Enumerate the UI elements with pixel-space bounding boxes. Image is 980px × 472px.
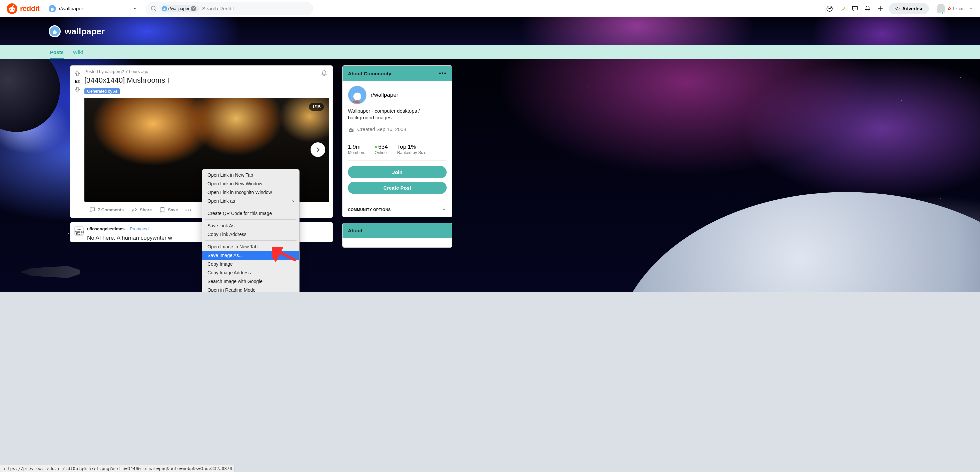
tab-wiki[interactable]: Wiki: [73, 45, 83, 59]
search-token-label: r/wallpaper: [169, 6, 190, 11]
community-banner-icon[interactable]: [49, 25, 61, 37]
context-menu-item[interactable]: Open Image in New Tab: [202, 242, 299, 251]
svg-point-11: [856, 8, 856, 8]
svg-point-6: [13, 5, 14, 6]
community-icon-mini: [49, 5, 56, 12]
search-input[interactable]: [202, 6, 308, 11]
stat-online: 634 Online: [375, 144, 388, 155]
banana-icon[interactable]: [838, 5, 846, 13]
svg-point-5: [14, 7, 15, 9]
submenu-chevron-icon: ›: [292, 198, 294, 204]
upvote-button[interactable]: [74, 70, 81, 77]
svg-point-1: [10, 7, 15, 12]
context-menu-item[interactable]: Open Link in Incognito Window: [202, 188, 299, 197]
share-button[interactable]: Share: [129, 204, 154, 215]
context-menu-item[interactable]: Save Link As...: [202, 221, 299, 230]
context-menu-separator: [205, 240, 296, 241]
notifications-icon[interactable]: [864, 5, 872, 13]
downvote-button[interactable]: [74, 86, 81, 93]
context-menu-item[interactable]: Copy Link Address: [202, 230, 299, 239]
karma-line: ✿ 1 karma: [948, 6, 967, 11]
context-menu-item[interactable]: Copy Image Address: [202, 268, 299, 277]
next-image-button[interactable]: [310, 143, 325, 157]
context-menu-item[interactable]: Open Link in New Window: [202, 179, 299, 188]
context-menu-item[interactable]: Save Image As...: [202, 251, 299, 260]
post-flair[interactable]: Generated by AI: [84, 88, 120, 94]
search-wrap: r/wallpaper ✕: [146, 2, 313, 15]
top-header: reddit r/wallpaper r/wallpaper ✕ Adverti…: [0, 0, 980, 17]
community-more-icon[interactable]: •••: [439, 70, 447, 76]
token-community-icon: [162, 6, 167, 11]
community-created: Created Sep 16, 2008: [348, 126, 447, 133]
context-menu-item[interactable]: Open in Reading Mode: [202, 286, 299, 292]
about-card: About: [342, 223, 452, 248]
context-menu-item[interactable]: Search Image with Google: [202, 277, 299, 286]
community-dropdown[interactable]: r/wallpaper: [46, 4, 140, 14]
create-post-button[interactable]: Create Post: [348, 182, 447, 194]
snoo-icon: [7, 3, 18, 14]
community-banner: wallpaper: [0, 17, 980, 45]
sidebar-community-icon[interactable]: [348, 86, 367, 105]
context-menu-separator: [205, 207, 296, 207]
karma-gear-icon: ✿: [948, 6, 951, 11]
svg-point-10: [854, 8, 855, 8]
advertise-button[interactable]: Advertise: [889, 3, 929, 14]
stat-rank: Top 1% Ranked by Size: [397, 144, 426, 155]
context-menu-item[interactable]: Create QR Code for this Image: [202, 209, 299, 218]
promoted-label: Promoted: [130, 226, 148, 231]
comments-button[interactable]: 7 Comments: [86, 204, 126, 215]
chevron-down-icon: [441, 207, 447, 212]
user-chevron-icon: [969, 6, 973, 11]
follow-post-icon[interactable]: [321, 70, 328, 77]
post-author-link[interactable]: u/sirgerg2: [105, 69, 124, 74]
sidebar-community-name[interactable]: r/wallpaper: [371, 92, 398, 98]
vote-column: 52: [70, 66, 84, 218]
header-right: Advertise ✿ 1 karma: [826, 3, 973, 14]
logo-text: reddit: [20, 4, 39, 13]
join-button[interactable]: Join: [348, 166, 447, 178]
context-menu[interactable]: Open Link in New TabOpen Link in New Win…: [202, 169, 299, 292]
context-menu-separator: [205, 219, 296, 220]
about-community-card: About Community ••• r/wallpaper Wallpape…: [342, 65, 452, 217]
user-avatar: [936, 3, 946, 14]
community-banner-title: wallpaper: [65, 26, 105, 36]
advertise-label: Advertise: [902, 6, 924, 11]
promoted-author[interactable]: u/losangelestimes: [87, 226, 125, 231]
community-options-toggle[interactable]: COMMUNITY OPTIONS: [342, 202, 452, 217]
svg-point-3: [13, 9, 14, 10]
promoted-thumbnail: LosAngelesTimes: [75, 226, 84, 236]
comment-icon: [89, 206, 96, 213]
post-title[interactable]: [3440x1440] Mushrooms I: [84, 76, 329, 85]
svg-point-4: [9, 7, 10, 9]
image-counter: 1/15: [309, 103, 324, 111]
dots-icon: •••: [185, 207, 192, 212]
context-menu-item[interactable]: Open Link as›: [202, 197, 299, 205]
context-menu-item[interactable]: Copy Image: [202, 260, 299, 268]
community-dropdown-label: r/wallpaper: [59, 6, 83, 11]
sidebar: About Community ••• r/wallpaper Wallpape…: [342, 65, 452, 248]
more-actions-button[interactable]: •••: [183, 205, 195, 214]
search-scope-token[interactable]: r/wallpaper ✕: [161, 5, 199, 12]
user-menu[interactable]: ✿ 1 karma: [936, 3, 973, 14]
chevron-right-icon: [315, 146, 321, 153]
bookmark-icon: [159, 206, 166, 213]
chat-icon[interactable]: [851, 5, 859, 13]
reddit-logo[interactable]: reddit: [7, 3, 39, 14]
cake-icon: [348, 126, 355, 133]
community-description: Wallpaper - computer desktops / backgrou…: [348, 108, 447, 121]
karma-text: 1 karma: [952, 6, 967, 11]
save-button[interactable]: Save: [156, 204, 180, 215]
context-menu-item[interactable]: Open Link in New Tab: [202, 171, 299, 179]
svg-point-2: [10, 9, 11, 10]
about-header: About: [342, 223, 452, 238]
search-bar[interactable]: r/wallpaper ✕: [146, 2, 313, 15]
online-dot-icon: [941, 12, 944, 15]
tab-posts[interactable]: Posts: [50, 45, 64, 59]
popular-icon[interactable]: [826, 5, 834, 13]
remove-token-icon[interactable]: ✕: [191, 6, 196, 11]
search-icon: [150, 5, 157, 12]
page-body: 52 Posted by u/sirgerg2 7 hours ago [344…: [0, 59, 980, 292]
create-post-icon[interactable]: [876, 5, 884, 13]
community-tabs: Posts Wiki: [0, 45, 980, 59]
chevron-down-icon: [133, 6, 137, 11]
